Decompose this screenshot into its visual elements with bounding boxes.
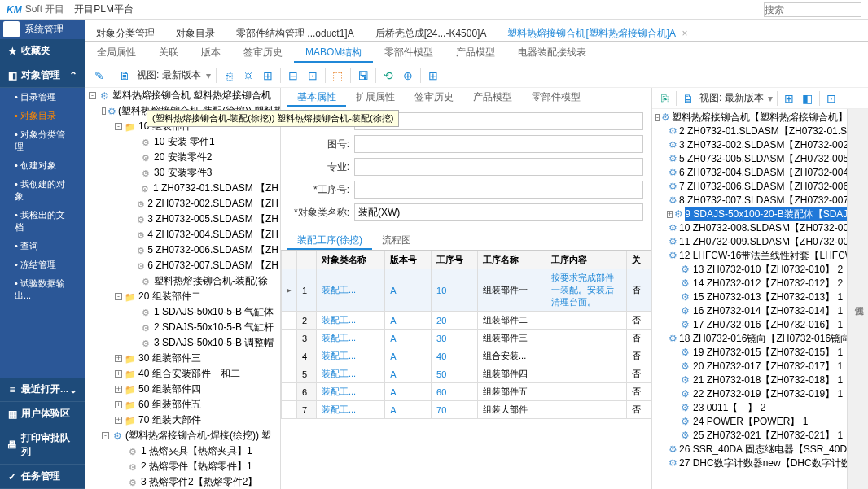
center-tab-0[interactable]: 基本属性 bbox=[287, 88, 346, 107]
secondary-tab-4[interactable]: MABOM结构 bbox=[294, 42, 373, 63]
sidebar-sub-1[interactable]: 对象目录 bbox=[0, 107, 85, 125]
sidebar-task-mgmt[interactable]: ✓ 任务管理 bbox=[0, 465, 85, 489]
grid-header[interactable]: 工序内容 bbox=[546, 251, 627, 269]
copy-icon[interactable]: ⎘ bbox=[657, 91, 672, 106]
sidebar-sub-3[interactable]: 创建对象 bbox=[0, 156, 85, 175]
tree-expand-icon[interactable]: + bbox=[667, 211, 673, 218]
sub-tab-0[interactable]: 装配工序(徐挖) bbox=[287, 231, 372, 250]
rt3-icon[interactable]: ⊡ bbox=[824, 91, 839, 106]
grid-row[interactable]: ▸1装配工...A10组装部件一按要求完成部件一装配。安装后清理台面。否 bbox=[282, 269, 651, 312]
tree-expand-icon[interactable]: - bbox=[102, 432, 109, 439]
tree-expand-icon[interactable]: - bbox=[115, 123, 122, 130]
tree-expand-icon[interactable]: + bbox=[115, 417, 122, 424]
right-tree-item-11[interactable]: 13 ZH0732-010【ZH0732-010】 2 bbox=[654, 263, 845, 277]
grid-header[interactable]: 工序名称 bbox=[478, 251, 546, 269]
right-tree-item-21[interactable]: 23 0011【—】 2 bbox=[654, 401, 845, 415]
doc-icon[interactable]: 🗎 bbox=[117, 68, 132, 83]
grid-row[interactable]: 3装配工...A30组装部件三否 bbox=[282, 330, 651, 347]
right-tree-item-6[interactable]: 8 ZH0732-007.SLDASM【ZH0732-007.SLDA bbox=[654, 194, 845, 207]
right-tree-item-14[interactable]: 16 ZH0732-014【ZH0732-014】 1 bbox=[654, 304, 845, 318]
sidebar-object-mgmt[interactable]: ◧ 对象管理 ⌃ bbox=[0, 63, 85, 88]
left-tree-item-9[interactable]: 4 ZH0732-004.SLDASM 【ZH bbox=[85, 227, 280, 242]
right-tree-item-23[interactable]: 25 ZH0732-021【ZH0732-021】 1 bbox=[654, 429, 845, 443]
left-tree-item-10[interactable]: 5 ZH0732-006.SLDASM 【ZH bbox=[85, 242, 280, 258]
rt1-icon[interactable]: ⊞ bbox=[782, 91, 796, 106]
right-tree-item-20[interactable]: 22 ZH0732-019【ZH0732-019】 1 bbox=[654, 387, 845, 401]
primary-tab-0[interactable]: 对象分类管理 bbox=[85, 23, 165, 41]
right-tree-item-2[interactable]: 3 ZH0732-002.SLDASM【ZH0732-002.SLDA bbox=[654, 138, 845, 152]
right-tree-item-25[interactable]: 27 DHC数字计数器new【DHC数字计数器 bbox=[654, 456, 845, 470]
sidebar-sub-7[interactable]: 冻结管理 bbox=[0, 255, 85, 274]
attributes-tab[interactable]: 属性 bbox=[847, 109, 868, 489]
right-tree-item-0[interactable]: -塑料热熔接铆合机【塑料热熔接铆合机】 1 bbox=[654, 111, 845, 124]
right-tree-item-7[interactable]: +9 SDAJS-50x100-20-B装配体【SDAJS-50x1 bbox=[654, 207, 845, 221]
right-tree-item-10[interactable]: 12 LHFCW-16带法兰线性衬套【LHFCW-16带法 bbox=[654, 249, 845, 263]
secondary-tab-0[interactable]: 全局属性 bbox=[85, 42, 147, 63]
grid-row[interactable]: 4装配工...A40组合安装...否 bbox=[282, 347, 651, 365]
edit-icon[interactable]: ✎ bbox=[92, 68, 107, 83]
left-tree-item-20[interactable]: +60 组装部件五 bbox=[85, 397, 280, 413]
sidebar-recent[interactable]: ≡ 最近打开... ⌄ bbox=[0, 378, 85, 402]
right-tree-item-16[interactable]: 18 ZH0732-016镜向【ZH0732-016镜向】 1 bbox=[654, 332, 845, 346]
right-tree-item-22[interactable]: 24 POWER【POWER】 1 bbox=[654, 415, 845, 429]
search-input[interactable] bbox=[764, 2, 861, 17]
left-tree-item-22[interactable]: -(塑料热熔接铆合机-焊接(徐挖)) 塑 bbox=[85, 428, 280, 443]
sidebar-sub-4[interactable]: 我创建的对象 bbox=[0, 175, 85, 206]
tool6-icon[interactable]: ⬚ bbox=[331, 68, 345, 83]
secondary-tab-3[interactable]: 签审历史 bbox=[232, 42, 294, 63]
right-tree-item-13[interactable]: 15 ZH0732-013【ZH0732-013】 1 bbox=[654, 290, 845, 304]
sidebar-sub-6[interactable]: 查询 bbox=[0, 237, 85, 255]
input-specialty[interactable] bbox=[354, 158, 643, 176]
left-tree-item-17[interactable]: +30 组装部件三 bbox=[85, 351, 280, 366]
tree-expand-icon[interactable]: - bbox=[655, 114, 660, 121]
left-tree-item-7[interactable]: 2 ZH0732-002.SLDASM 【ZH bbox=[85, 196, 280, 212]
right-tree-item-19[interactable]: 21 ZH0732-018【ZH0732-018】 1 bbox=[654, 373, 845, 387]
grid-header[interactable]: 版本号 bbox=[385, 251, 432, 269]
sidebar-sub-0[interactable]: 目录管理 bbox=[0, 88, 85, 107]
secondary-tab-6[interactable]: 产品模型 bbox=[445, 42, 506, 63]
left-tree-item-16[interactable]: 3 SDAJS-50x10-5-B 调整帽 bbox=[85, 335, 280, 351]
center-tab-4[interactable]: 零部件模型 bbox=[522, 88, 590, 107]
right-tree-item-9[interactable]: 11 ZH0732-009.SLDASM【ZH0732-009.SLDA bbox=[654, 235, 845, 249]
right-tree-item-17[interactable]: 19 ZH0732-015【ZH0732-015】 1 bbox=[654, 346, 845, 360]
left-tree-item-6[interactable]: 1 ZH0732-01.SLDASM 【ZH bbox=[85, 181, 280, 196]
tree-expand-icon[interactable]: + bbox=[115, 386, 122, 393]
center-tab-3[interactable]: 产品模型 bbox=[463, 88, 522, 107]
grid-header[interactable] bbox=[297, 251, 317, 269]
right-tree-item-18[interactable]: 20 ZH0732-017【ZH0732-017】 1 bbox=[654, 360, 845, 373]
secondary-tab-2[interactable]: 版本 bbox=[190, 42, 232, 63]
left-tree-item-25[interactable]: 3 热熔零件2【热熔零件2】 bbox=[85, 474, 280, 489]
sub-tab-1[interactable]: 流程图 bbox=[372, 231, 421, 250]
left-tree-item-11[interactable]: 6 ZH0732-007.SLDASM 【ZH bbox=[85, 258, 280, 273]
left-tree-item-15[interactable]: 2 SDAJS-50x10-5-B 气缸杆 bbox=[85, 320, 280, 335]
grid-header[interactable]: 工序号 bbox=[432, 251, 478, 269]
tool2-icon[interactable]: ⛭ bbox=[241, 68, 256, 83]
left-tree-item-5[interactable]: 30 安装零件3 bbox=[85, 165, 280, 181]
primary-tab-1[interactable]: 对象目录 bbox=[165, 23, 226, 41]
secondary-tab-1[interactable]: 关联 bbox=[147, 42, 190, 63]
sidebar-user-exp[interactable]: ▦ 用户体验区 bbox=[0, 402, 85, 426]
sidebar-sub-8[interactable]: 试验数据输出... bbox=[0, 274, 85, 305]
left-tree-item-4[interactable]: 20 安装零件2 bbox=[85, 150, 280, 165]
left-tree-item-12[interactable]: 塑料热熔接铆合机-装配(徐 bbox=[85, 273, 280, 289]
grid-row[interactable]: 2装配工...A20组装部件二否 bbox=[282, 312, 651, 330]
tool4-icon[interactable]: ⊟ bbox=[286, 68, 300, 83]
center-tab-2[interactable]: 签审历史 bbox=[405, 88, 463, 107]
left-tree-item-19[interactable]: +50 组装部件四 bbox=[85, 382, 280, 397]
right-tree-item-4[interactable]: 6 ZH0732-004.SLDASM【ZH0732-004.SLDA bbox=[654, 166, 845, 180]
tool9-icon[interactable]: ⊕ bbox=[401, 68, 415, 83]
avatar[interactable] bbox=[3, 21, 20, 37]
tree-expand-icon[interactable]: - bbox=[115, 293, 122, 300]
sidebar-top-label[interactable]: 系统管理 bbox=[24, 23, 64, 37]
tree-expand-icon[interactable]: - bbox=[102, 107, 106, 115]
tool7-icon[interactable]: 🖫 bbox=[356, 68, 370, 83]
grid-header[interactable]: 关 bbox=[627, 251, 651, 269]
doc2-icon[interactable]: 🗎 bbox=[681, 91, 695, 106]
left-tree-item-23[interactable]: 1 热熔夹具【热熔夹具】1 bbox=[85, 443, 280, 459]
tree-expand-icon[interactable]: + bbox=[115, 355, 122, 362]
sidebar-favorites[interactable]: ★ 收藏夹 bbox=[0, 39, 85, 63]
sidebar-sub-5[interactable]: 我检出的文档 bbox=[0, 206, 85, 237]
grid-row[interactable]: 7装配工...A70组装大部件否 bbox=[282, 401, 651, 419]
view-label[interactable]: 视图: 最新版本 bbox=[137, 68, 201, 82]
tool5-icon[interactable]: ⊡ bbox=[305, 68, 320, 83]
